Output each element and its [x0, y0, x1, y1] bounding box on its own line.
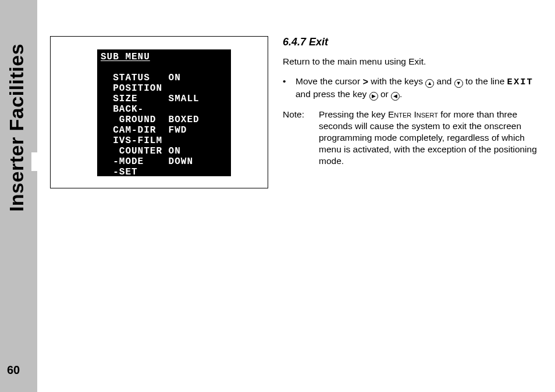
text: or [378, 89, 391, 99]
figure-frame: SUB MENU STATUS ON POSITION SIZE SMALL B… [50, 36, 268, 188]
text: . [400, 89, 402, 99]
text: with the keys [368, 76, 425, 86]
page-number: 60 [7, 364, 20, 377]
page: Inserter Facilities 60 SUB MENU STATUS O… [0, 0, 555, 392]
side-title: Inserter Facilities [5, 12, 28, 244]
enter-insert-key: Enter Insert [388, 109, 438, 119]
intro-paragraph: Return to the main menu using Exit. [283, 56, 539, 67]
osd-screen: SUB MENU STATUS ON POSITION SIZE SMALL B… [97, 49, 231, 176]
text-column: 6.4.7 Exit Return to the main menu using… [283, 36, 539, 167]
content-area: SUB MENU STATUS ON POSITION SIZE SMALL B… [37, 0, 555, 392]
sidebar: Inserter Facilities 60 [0, 0, 37, 392]
exit-literal: EXIT [507, 77, 533, 87]
key-right-icon: ▶ [369, 92, 378, 101]
key-up-icon: ▲ [425, 79, 434, 88]
note-block: Note: Pressing the key Enter Insert for … [283, 109, 539, 167]
cursor-icon: > [362, 77, 368, 88]
bullet-marker: • [283, 76, 296, 101]
text: and press the key [296, 89, 369, 99]
section-heading: 6.4.7 Exit [283, 36, 539, 48]
text: and [434, 76, 454, 86]
sidebar-tab [31, 152, 37, 171]
bullet-body: Move the cursor > with the keys ▲ and ▼ … [296, 76, 539, 101]
key-down-icon: ▼ [454, 79, 463, 88]
key-left-icon: ◀ [391, 92, 400, 101]
note-body: Pressing the key Enter Insert for more t… [319, 109, 539, 167]
note-label: Note: [283, 109, 319, 167]
text: Move the cursor [296, 76, 362, 86]
text: to the line [463, 76, 507, 86]
bullet-item: • Move the cursor > with the keys ▲ and … [283, 76, 539, 101]
text: Pressing the key [319, 109, 388, 119]
